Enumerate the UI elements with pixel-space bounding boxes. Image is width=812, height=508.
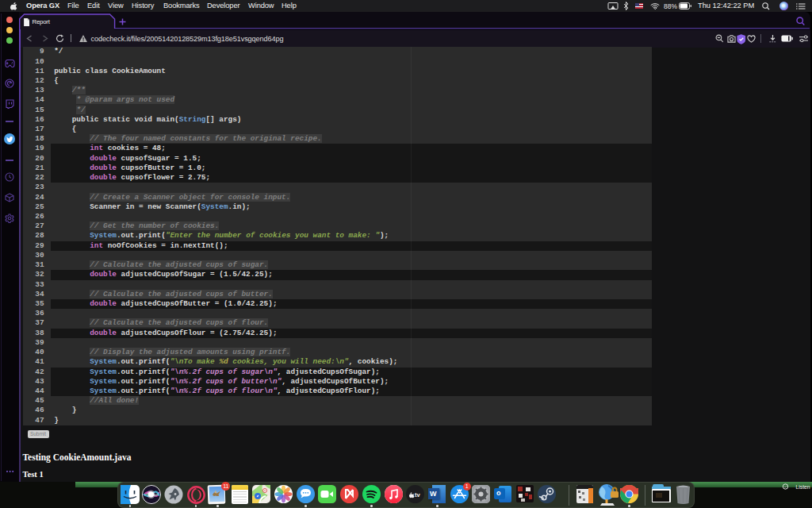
svg-text:Listen: Listen xyxy=(796,483,810,489)
svg-text:tv: tv xyxy=(415,491,420,498)
